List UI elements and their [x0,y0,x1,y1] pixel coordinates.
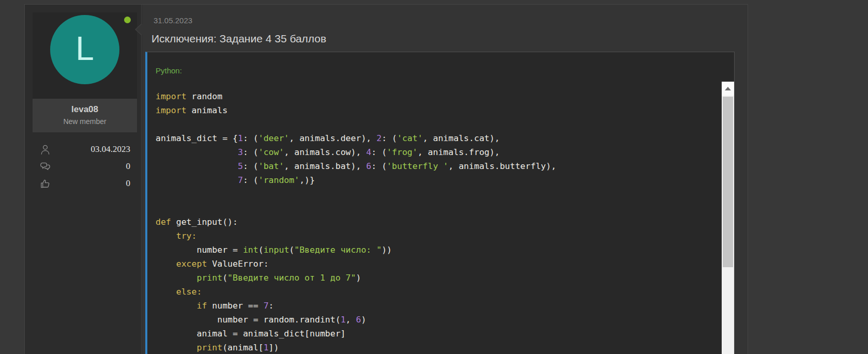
stat-row-likes: 0 [39,177,130,190]
username-link[interactable]: leva08 [33,104,137,115]
messages-icon [39,161,51,173]
code-content[interactable]: import randomimport animals animals_dict… [147,82,722,354]
code-scrollbar[interactable] [722,82,734,354]
code-line [156,201,722,215]
user-title: New member [33,117,137,126]
avatar-block: L [33,12,137,99]
post-date[interactable]: 31.05.2023 [154,16,192,25]
user-stats: 03.04.2023 0 0 [33,132,137,190]
code-line: import animals [156,103,722,117]
code-line: 3: ('cow', animals.cow), 4: ('frog', ani… [156,145,722,159]
name-block: leva08 New member [33,99,137,132]
message-column: 31.05.2023 Исключения: Задание 4 35 балл… [142,5,748,354]
forum-post: L leva08 New member 03.04.2023 [24,4,748,354]
avatar[interactable]: L [50,15,119,84]
joined-date-value: 03.04.2023 [91,144,131,155]
code-line: def get_input(): [156,215,722,229]
user-icon [39,144,51,156]
code-line [156,187,722,201]
code-line: number = int(input("Введите число: ")) [156,243,722,257]
code-line: print("Введите число от 1 до 7") [156,271,722,285]
thumbs-up-icon [39,178,51,190]
code-language-label: Python: [156,66,182,75]
code-line: print(animal[1]) [156,341,722,354]
code-line: 5: ('bat', animals.bat), 6: ('butterfly … [156,159,722,173]
code-line: except ValueError: [156,257,722,271]
stat-row-messages: 0 [39,160,130,173]
code-line: animal = animals_dict[number] [156,327,722,341]
code-line: else: [156,285,722,299]
code-line [156,117,722,131]
code-line: import random [156,89,722,103]
scrollbar-up-button[interactable] [722,82,734,96]
online-status-dot [124,17,131,23]
user-info-column: L leva08 New member 03.04.2023 [25,5,142,354]
messages-count-value: 0 [126,161,131,172]
stat-row-joined: 03.04.2023 [39,143,130,156]
user-card: L leva08 New member 03.04.2023 [33,12,137,194]
code-block: Python: import randomimport animals anim… [145,52,735,354]
code-line: 7: ('random',)} [156,173,722,187]
code-line: try: [156,229,722,243]
scroll-up-arrow-icon [725,87,731,90]
scrollbar-thumb[interactable] [723,97,733,267]
code-line: if number == 7: [156,299,722,313]
post-title: Исключения: Задание 4 35 баллов [151,33,326,45]
likes-count-value: 0 [126,178,131,189]
code-line: number = random.randint(1, 6) [156,313,722,327]
message-arrow [136,24,142,35]
avatar-letter: L [75,30,94,67]
code-line: animals_dict = {1: ('deer', animals.deer… [156,131,722,145]
